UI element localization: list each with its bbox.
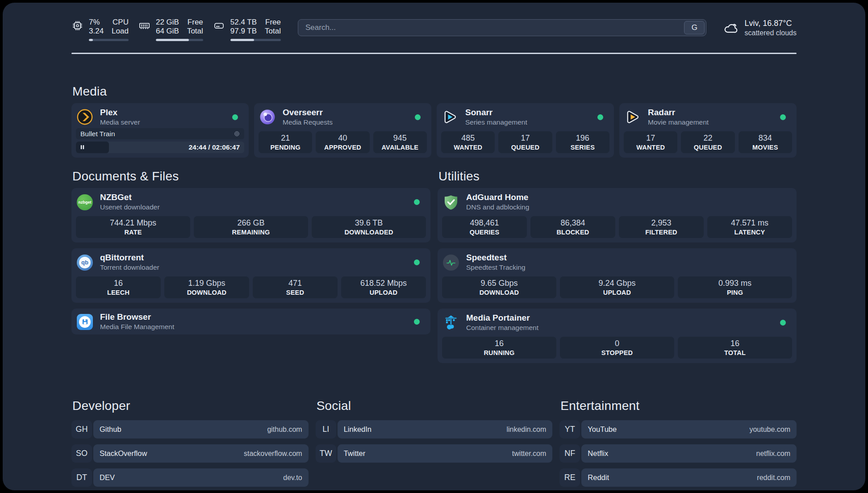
stat-value: 0.993 ms bbox=[718, 279, 751, 288]
disk-labels: Free Total bbox=[265, 18, 281, 36]
disk-progress-fill bbox=[230, 39, 254, 41]
bookmark-abbr: SO bbox=[71, 444, 92, 463]
stat-queued: 17 QUEUED bbox=[498, 131, 552, 153]
status-online-dot bbox=[414, 199, 420, 205]
stat-label: PENDING bbox=[270, 144, 300, 151]
stat-value: 485 bbox=[461, 134, 475, 143]
bookmark-name: Netflix bbox=[588, 449, 608, 458]
search-engine-button[interactable]: G bbox=[684, 21, 705, 34]
bookmark-name: LinkedIn bbox=[344, 425, 371, 434]
section-social: Social LI LinkedIn linkedin.com TW Twitt… bbox=[316, 399, 553, 487]
stat-value: 266 GB bbox=[237, 218, 264, 228]
bookmark-abbr: LI bbox=[316, 420, 336, 439]
stat-seed: 471 SEED bbox=[253, 276, 338, 298]
stat-label: MOVIES bbox=[752, 144, 778, 151]
stat-value: 39.6 TB bbox=[355, 218, 383, 228]
status-online-dot bbox=[414, 259, 420, 265]
app-card-sonarr[interactable]: Sonarr Series management 485 WANTED 17 Q… bbox=[437, 103, 614, 158]
bookmark-url: linkedin.com bbox=[506, 426, 546, 434]
stat-pending: 21 PENDING bbox=[259, 131, 312, 153]
radarr-icon bbox=[625, 109, 641, 125]
app-card-filebrowser[interactable]: File Browser Media File Management bbox=[71, 309, 430, 334]
stat-value: 2,953 bbox=[651, 218, 671, 228]
stat-value: 86,384 bbox=[560, 218, 585, 228]
app-card-overseerr[interactable]: Overseerr Media Requests 21 PENDING 40 A… bbox=[254, 103, 431, 158]
app-card-qbittorrent[interactable]: qb qBittorrent Torrent downloader 16 bbox=[71, 248, 430, 303]
stat-value: 471 bbox=[288, 279, 302, 288]
pulse-line-icon bbox=[443, 255, 459, 271]
cpu-icon bbox=[71, 20, 83, 32]
stat-value: 16 bbox=[495, 339, 504, 348]
disk-total: 97.9 TB bbox=[230, 27, 257, 36]
filebrowser-icon bbox=[77, 314, 93, 330]
app-card-nzbget[interactable]: nzbget NZBGet Usenet downloader 744.21 M… bbox=[71, 188, 430, 242]
bookmark-linkedin[interactable]: LI LinkedIn linkedin.com bbox=[316, 420, 553, 439]
stat-value: 16 bbox=[114, 279, 123, 288]
stat-total: 16 TOTAL bbox=[678, 337, 792, 359]
playback-progress-bar: 24:44 / 02:06:47 bbox=[76, 142, 244, 153]
bookmark-youtube[interactable]: YT YouTube youtube.com bbox=[559, 420, 797, 439]
stat-label: UPLOAD bbox=[370, 289, 397, 296]
stat-wanted: 17 WANTED bbox=[624, 131, 677, 153]
nzbget-logo-text: nzbget bbox=[79, 200, 92, 205]
bookmark-name: YouTube bbox=[588, 425, 617, 434]
app-card-plex[interactable]: Plex Media server Bullet Train bbox=[71, 103, 249, 158]
bookmark-abbr: YT bbox=[559, 420, 580, 439]
status-online-dot bbox=[415, 114, 421, 120]
search-input[interactable] bbox=[298, 19, 707, 36]
stat-value: 0 bbox=[615, 339, 619, 348]
ram-total: 64 GiB bbox=[156, 27, 179, 36]
now-playing-title: Bullet Train bbox=[80, 130, 115, 138]
cpu-load: 3.24 bbox=[89, 27, 104, 36]
stat-label: DOWNLOAD bbox=[187, 289, 227, 296]
bookmark-abbr: GH bbox=[71, 420, 92, 439]
section-documents: Documents & Files nzbget NZBGet Usenet d… bbox=[71, 169, 430, 363]
section-developer: Developer GH Github github.com SO StackO… bbox=[71, 399, 309, 487]
disk-total-label: Total bbox=[265, 27, 281, 36]
stat-label: BLOCKED bbox=[556, 229, 589, 236]
app-description: Media File Management bbox=[100, 323, 174, 331]
app-description: Usenet downloader bbox=[100, 203, 160, 211]
stat-label: RATE bbox=[124, 229, 142, 236]
bookmark-github[interactable]: GH Github github.com bbox=[71, 420, 309, 439]
app-card-adguard[interactable]: AdGuard Home DNS and adblocking 498,461 … bbox=[438, 188, 797, 242]
section-title-entertainment: Entertainment bbox=[560, 399, 797, 413]
stat-value: 40 bbox=[338, 134, 347, 143]
ram-progress-fill bbox=[156, 39, 189, 41]
stat-remaining: 266 GB REMAINING bbox=[194, 216, 308, 238]
app-name: File Browser bbox=[100, 313, 174, 322]
weather-condition: scattered clouds bbox=[744, 29, 797, 37]
stat-stopped: 0 STOPPED bbox=[560, 337, 674, 359]
app-card-portainer[interactable]: Media Portainer Container management 16 … bbox=[438, 309, 797, 363]
bookmark-reddit[interactable]: RE Reddit reddit.com bbox=[559, 468, 797, 487]
ram-free-label: Free bbox=[187, 18, 203, 27]
stat-movies: 834 MOVIES bbox=[739, 131, 792, 153]
bookmark-netflix[interactable]: NF Netflix netflix.com bbox=[559, 444, 797, 463]
app-card-speedtest[interactable]: Speedtest Speedtest Tracking 9.65 Gbps D… bbox=[438, 248, 797, 303]
ram-labels: Free Total bbox=[187, 18, 203, 36]
status-online-dot bbox=[414, 319, 420, 325]
bookmark-name: DEV bbox=[100, 473, 115, 482]
sonarr-icon bbox=[442, 109, 458, 125]
ram-total-label: Total bbox=[187, 27, 203, 36]
stat-downloaded: 39.6 TB DOWNLOADED bbox=[312, 216, 426, 238]
bookmark-stackoverflow[interactable]: SO StackOverflow stackoverflow.com bbox=[71, 444, 309, 463]
stat-label: QUERIES bbox=[470, 229, 500, 236]
stat-label: SEED bbox=[286, 289, 304, 296]
nzbget-icon: nzbget bbox=[77, 194, 93, 210]
bookmark-url: reddit.com bbox=[757, 474, 790, 482]
stat-value: 17 bbox=[521, 134, 530, 143]
plex-icon bbox=[77, 109, 93, 125]
playback-time: 24:44 / 02:06:47 bbox=[188, 143, 240, 151]
bookmark-twitter[interactable]: TW Twitter twitter.com bbox=[316, 444, 553, 463]
stat-value: 16 bbox=[730, 339, 739, 348]
bookmark-abbr: RE bbox=[559, 468, 580, 487]
cpu-usage: 7% bbox=[89, 18, 104, 27]
stat-download: 9.65 Gbps DOWNLOAD bbox=[442, 276, 556, 298]
app-name: Speedtest bbox=[466, 253, 526, 263]
bookmark-dev-to[interactable]: DT DEV dev.to bbox=[71, 468, 309, 487]
app-card-radarr[interactable]: Radarr Movie management 17 WANTED 22 QUE… bbox=[619, 103, 797, 158]
disk-widget: 52.4 TB 97.9 TB Free Total bbox=[213, 18, 281, 41]
app-name: Sonarr bbox=[465, 108, 527, 117]
shield-check-icon bbox=[443, 194, 459, 210]
